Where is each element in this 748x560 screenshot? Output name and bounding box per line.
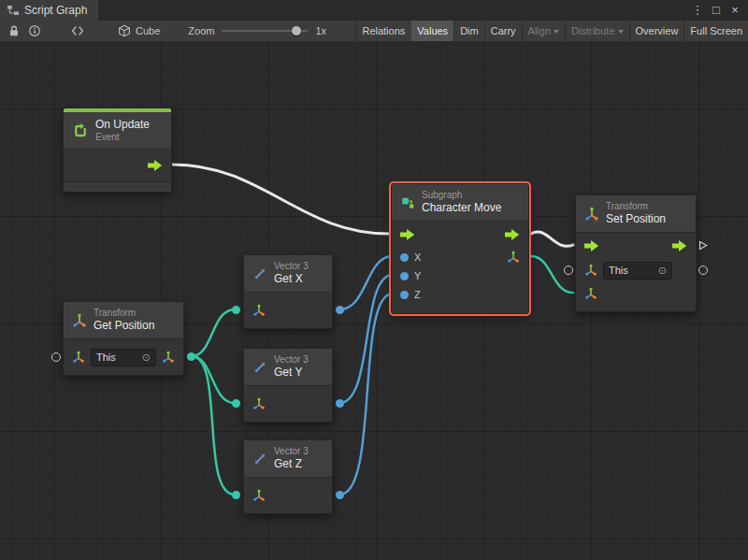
values-button[interactable]: Values bbox=[410, 21, 453, 41]
node-get-z[interactable]: Vector 3 Get Z bbox=[243, 439, 333, 514]
target-object-field[interactable]: This ⊙ bbox=[603, 262, 672, 280]
object-picker-icon[interactable]: ⊙ bbox=[142, 352, 151, 363]
flow-output-connector[interactable] bbox=[698, 240, 708, 251]
node-footer bbox=[64, 181, 171, 192]
node-kind: Subgraph bbox=[422, 190, 501, 201]
tab-bar: Script Graph ⋮ □ × bbox=[0, 0, 748, 21]
vector3-type-icon bbox=[252, 397, 266, 410]
z-input-label: Z bbox=[414, 289, 421, 300]
code-preview-button[interactable] bbox=[67, 21, 88, 41]
target-object-value: This bbox=[96, 352, 116, 363]
node-on-update[interactable]: On Update Event bbox=[63, 108, 172, 193]
node-header: On Update Event bbox=[64, 112, 171, 150]
window-menu-button[interactable]: ⋮ bbox=[690, 0, 705, 21]
node-kind: Vector 3 bbox=[274, 261, 309, 272]
target-object-field[interactable]: This ⊙ bbox=[91, 349, 156, 366]
node-header: Transform Get Position bbox=[64, 302, 183, 339]
node-get-y[interactable]: Vector 3 Get Y bbox=[243, 348, 333, 423]
z-input-port[interactable] bbox=[400, 291, 409, 299]
node-title: Get Position bbox=[94, 319, 154, 332]
vector-input-port[interactable] bbox=[232, 491, 240, 499]
node-character-move[interactable]: Subgraph Character Move X Y bbox=[391, 183, 529, 314]
y-output-port[interactable] bbox=[336, 399, 344, 408]
flow-input-port[interactable] bbox=[584, 240, 599, 251]
node-kind: Vector 3 bbox=[274, 354, 309, 366]
zoom-slider-knob[interactable] bbox=[292, 26, 301, 36]
transform-type-icon bbox=[72, 351, 85, 364]
vector-input-port[interactable] bbox=[232, 306, 240, 314]
transform-icon bbox=[72, 313, 87, 328]
zoom-slider[interactable] bbox=[222, 21, 308, 41]
node-header: Transform Set Position bbox=[576, 195, 696, 233]
value-output-port[interactable] bbox=[698, 266, 708, 275]
node-kind: Vector 3 bbox=[274, 446, 309, 457]
z-output-port[interactable] bbox=[336, 491, 344, 499]
cube-icon bbox=[118, 24, 131, 37]
wire-getz-to-z-input[interactable] bbox=[339, 294, 393, 495]
wire-gety-to-y-input[interactable] bbox=[339, 275, 393, 403]
x-input-port[interactable] bbox=[400, 253, 409, 262]
y-input-label: Y bbox=[414, 270, 421, 281]
node-title: Get X bbox=[274, 272, 309, 285]
wire-getposition-to-getz[interactable] bbox=[192, 356, 235, 495]
subgraph-icon bbox=[400, 195, 415, 210]
dropdown-caret-icon bbox=[618, 30, 624, 34]
overview-button[interactable]: Overview bbox=[629, 21, 684, 41]
node-set-position[interactable]: Transform Set Position This ⊙ bbox=[575, 194, 697, 312]
distribute-label: Distribute bbox=[571, 25, 614, 36]
node-kind: Transform bbox=[94, 308, 154, 319]
node-header: Vector 3 Get Z bbox=[244, 440, 332, 478]
graph-canvas[interactable]: On Update Event Transform Get Position bbox=[0, 41, 748, 560]
tab-script-graph[interactable]: Script Graph bbox=[0, 0, 98, 21]
vector3-input-icon[interactable] bbox=[584, 287, 597, 300]
window-controls: ⋮ □ × bbox=[690, 0, 748, 21]
target-input-port[interactable] bbox=[564, 266, 573, 275]
vector3-output-icon[interactable] bbox=[507, 251, 520, 264]
node-header: Subgraph Character Move bbox=[392, 184, 528, 222]
wire-getposition-to-gety[interactable] bbox=[192, 356, 235, 403]
y-input-port[interactable] bbox=[400, 272, 409, 280]
object-picker-icon[interactable]: ⊙ bbox=[658, 266, 667, 276]
flow-input-port[interactable] bbox=[400, 229, 415, 240]
target-object-value: This bbox=[609, 265, 628, 276]
flow-output-port[interactable] bbox=[672, 240, 687, 251]
wire-getposition-to-getx[interactable] bbox=[192, 309, 235, 356]
x-input-label: X bbox=[414, 251, 421, 263]
vector3-icon bbox=[252, 360, 267, 375]
fullscreen-button[interactable]: Full Screen bbox=[683, 21, 748, 41]
relations-button[interactable]: Relations bbox=[355, 21, 410, 41]
wire-flow-onupdate-to-charactermove[interactable] bbox=[172, 165, 389, 234]
gameobject-selector[interactable]: Cube bbox=[114, 21, 164, 41]
info-icon bbox=[28, 24, 41, 37]
tab-title: Script Graph bbox=[24, 4, 87, 17]
target-input-port[interactable] bbox=[51, 352, 61, 362]
align-button[interactable]: Align bbox=[522, 21, 565, 41]
wire-flow-charactermove-to-setposition[interactable] bbox=[531, 232, 573, 246]
node-header: Vector 3 Get Y bbox=[244, 349, 332, 386]
graph-toolbar: Cube Zoom 1x Relations Values Dim Carry … bbox=[0, 21, 748, 42]
vector3-type-icon bbox=[162, 351, 175, 364]
zoom-value: 1x bbox=[315, 25, 326, 36]
x-output-port[interactable] bbox=[336, 306, 344, 314]
node-get-x[interactable]: Vector 3 Get X bbox=[243, 254, 333, 329]
node-title: Get Y bbox=[274, 366, 309, 379]
lock-button[interactable] bbox=[4, 21, 24, 41]
node-header: Vector 3 Get X bbox=[244, 255, 332, 293]
window-close-button[interactable]: × bbox=[727, 0, 742, 21]
dim-button[interactable]: Dim bbox=[453, 21, 484, 41]
dropdown-caret-icon bbox=[554, 30, 559, 34]
vector-input-port[interactable] bbox=[232, 399, 240, 408]
flow-output-port[interactable] bbox=[148, 160, 163, 171]
carry-button[interactable]: Carry bbox=[484, 21, 522, 41]
position-output-port[interactable] bbox=[187, 352, 195, 361]
node-title: Set Position bbox=[606, 212, 666, 225]
node-get-position[interactable]: Transform Get Position This ⊙ bbox=[63, 301, 184, 376]
window-maximize-button[interactable]: □ bbox=[709, 0, 724, 21]
distribute-button[interactable]: Distribute bbox=[565, 21, 628, 41]
wire-getx-to-x-input[interactable] bbox=[339, 256, 393, 309]
info-button[interactable] bbox=[24, 21, 45, 41]
zoom-label: Zoom bbox=[188, 25, 214, 36]
flow-output-port[interactable] bbox=[505, 229, 520, 240]
gameobject-label: Cube bbox=[136, 25, 160, 36]
transform-type-icon bbox=[584, 264, 597, 277]
